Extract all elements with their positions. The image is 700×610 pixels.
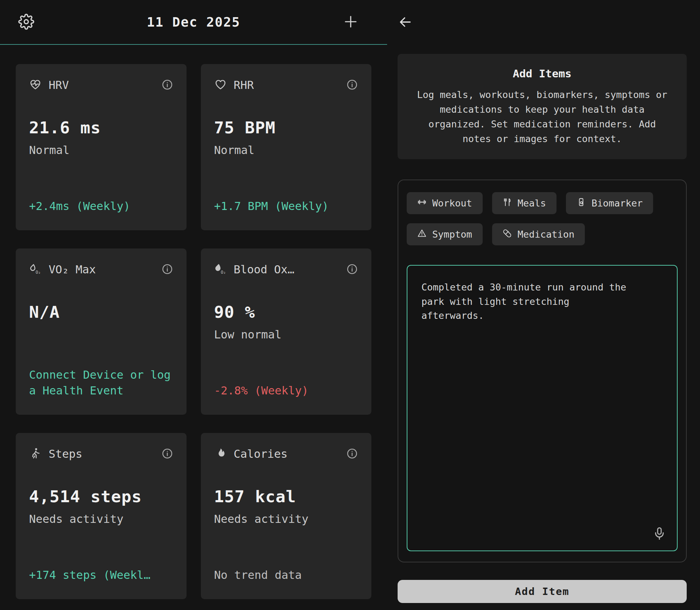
voice-input-button[interactable] <box>652 526 666 541</box>
date-title: 11 Dec 2025 <box>0 15 387 30</box>
pill-icon <box>503 229 512 240</box>
info-button[interactable] <box>346 448 358 461</box>
chip-meals[interactable]: Meals <box>492 192 556 214</box>
info-button[interactable] <box>346 263 358 276</box>
chip-biomarker[interactable]: Biomarker <box>566 192 653 214</box>
info-icon <box>161 79 173 92</box>
vo2-lungs-icon: O₂ <box>29 262 42 276</box>
info-button[interactable] <box>161 263 173 276</box>
metric-value: 4,514 steps <box>29 487 173 506</box>
warning-triangle-icon <box>417 229 427 240</box>
settings-button[interactable] <box>18 14 34 31</box>
metric-value: 157 kcal <box>214 487 358 506</box>
chips-row-2: Symptom Medication <box>407 223 678 245</box>
note-text: Completed a 30-minute run around the par… <box>421 280 635 323</box>
chip-workout[interactable]: Workout <box>407 192 483 214</box>
info-icon <box>161 263 173 276</box>
connect-device-link[interactable]: Connect Device or log a Health Event <box>29 367 173 399</box>
health-app: 11 Dec 2025 <box>0 0 700 610</box>
card-header: HRV <box>29 78 173 92</box>
info-button[interactable] <box>161 448 173 461</box>
metric-title: Steps <box>49 447 82 461</box>
chip-label: Biomarker <box>592 198 643 209</box>
metric-card-steps[interactable]: Steps 4,514 steps Needs activity +174 st… <box>16 433 187 599</box>
card-header: RHR <box>214 78 358 92</box>
gear-icon <box>18 14 34 31</box>
add-items-header <box>398 0 687 45</box>
info-button[interactable] <box>346 79 358 92</box>
metric-cards-grid: HRV 21.6 ms Normal +2.4ms (Weekly) <box>0 45 387 599</box>
metric-trend: No trend data <box>214 567 358 583</box>
info-icon <box>161 448 173 461</box>
metric-card-calories[interactable]: Calories 157 kcal Needs activity No tren… <box>201 433 372 599</box>
info-icon <box>346 263 358 276</box>
card-header: Steps <box>29 447 173 461</box>
info-icon <box>346 448 358 461</box>
card-header: Calories <box>214 447 358 461</box>
metric-status: Normal <box>29 143 173 157</box>
metric-trend: +174 steps (Weekl… <box>29 567 173 583</box>
add-items-info-card: Add Items Log meals, workouts, biomarker… <box>398 54 687 159</box>
microphone-icon <box>652 526 666 541</box>
add-button[interactable] <box>342 13 359 31</box>
metric-trend: -2.8% (Weekly) <box>214 383 358 399</box>
compose-container: Workout Meals <box>398 180 687 562</box>
biomarker-device-icon <box>576 197 586 209</box>
svg-text:O₂: O₂ <box>36 270 41 275</box>
add-items-description: Log meals, workouts, biomarkers, symptom… <box>412 87 672 146</box>
metric-title: Calories <box>234 447 288 461</box>
chips-row-1: Workout Meals <box>407 192 678 214</box>
metric-status: Low normal <box>214 328 358 341</box>
chip-label: Meals <box>518 198 546 209</box>
chip-label: Symptom <box>432 229 472 240</box>
metric-trend: +2.4ms (Weekly) <box>29 198 173 214</box>
info-button[interactable] <box>161 79 173 92</box>
metric-status <box>29 328 173 331</box>
info-icon <box>346 79 358 92</box>
card-header: O₂ Blood Ox… <box>214 262 358 276</box>
walking-person-icon <box>29 447 42 461</box>
heart-pulse-icon <box>29 78 42 92</box>
metric-status: Normal <box>214 143 358 157</box>
metric-status: Needs activity <box>29 512 173 526</box>
chip-label: Workout <box>432 198 472 209</box>
metric-card-rhr[interactable]: RHR 75 BPM Normal +1.7 BPM (Weekly) <box>201 64 372 230</box>
utensils-icon <box>503 197 512 209</box>
metric-value: 75 BPM <box>214 118 358 137</box>
chip-medication[interactable]: Medication <box>492 223 585 245</box>
blood-oxygen-drop-icon: O₂ <box>214 262 227 276</box>
add-item-submit-button[interactable]: Add Item <box>398 580 687 603</box>
card-header: O₂ VO₂ Max <box>29 262 173 276</box>
metric-card-blood-oxygen[interactable]: O₂ Blood Ox… 90 % Low normal -2.8% (Week… <box>201 248 372 415</box>
metric-card-vo2max[interactable]: O₂ VO₂ Max N/A Connect Device or log a H… <box>16 248 187 415</box>
metric-trend: +1.7 BPM (Weekly) <box>214 198 358 214</box>
metric-status: Needs activity <box>214 512 358 526</box>
metric-title: VO₂ Max <box>49 263 96 276</box>
flame-icon <box>214 447 227 461</box>
metric-title: HRV <box>49 78 69 92</box>
back-arrow-icon <box>398 14 413 31</box>
metric-value: 90 % <box>214 302 358 322</box>
plus-icon <box>342 13 359 31</box>
metric-title: Blood Ox… <box>234 263 294 276</box>
heart-icon <box>214 78 227 92</box>
note-input[interactable]: Completed a 30-minute run around the par… <box>407 265 678 551</box>
dashboard-panel: 11 Dec 2025 <box>0 0 387 610</box>
chip-symptom[interactable]: Symptom <box>407 223 483 245</box>
add-items-panel: Add Items Log meals, workouts, biomarker… <box>387 0 700 610</box>
metric-value: N/A <box>29 302 173 322</box>
metric-title: RHR <box>234 78 254 92</box>
svg-text:O₂: O₂ <box>220 270 225 275</box>
dashboard-header: 11 Dec 2025 <box>0 0 387 45</box>
metric-value: 21.6 ms <box>29 118 173 137</box>
metric-card-hrv[interactable]: HRV 21.6 ms Normal +2.4ms (Weekly) <box>16 64 187 230</box>
chip-label: Medication <box>518 229 575 240</box>
back-button[interactable] <box>398 14 413 31</box>
add-items-title: Add Items <box>412 67 672 80</box>
dumbbell-icon <box>417 197 427 209</box>
